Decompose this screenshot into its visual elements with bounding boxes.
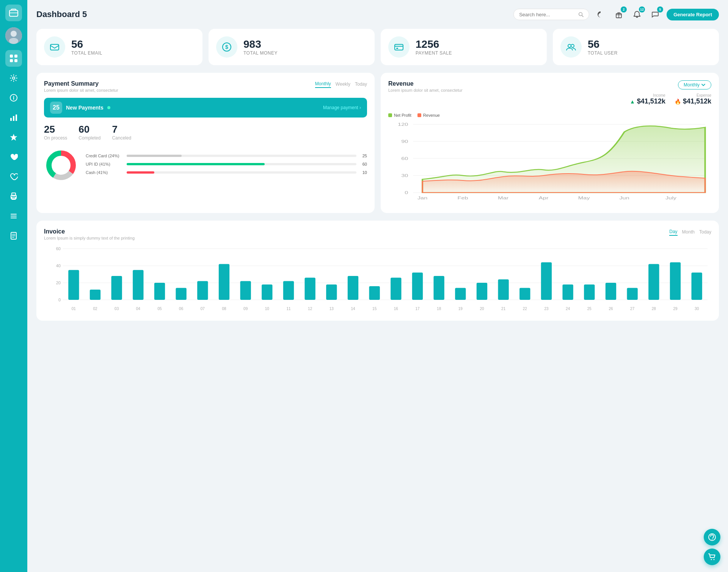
- svg-text:04: 04: [136, 307, 141, 311]
- svg-rect-112: [519, 288, 530, 300]
- stat-info-payment: 1256 PAYMENT SALE: [416, 38, 452, 56]
- invoice-tab-month[interactable]: Month: [682, 228, 695, 236]
- svg-text:02: 02: [93, 307, 97, 311]
- svg-rect-76: [133, 270, 143, 300]
- income-label: Income: [630, 93, 665, 97]
- svg-point-131: [712, 539, 712, 540]
- svg-text:11: 11: [286, 307, 291, 311]
- cart-fab[interactable]: [704, 548, 720, 565]
- payment-icon: [388, 36, 410, 58]
- tab-today[interactable]: Today: [355, 80, 367, 88]
- revenue-monthly-dropdown[interactable]: Monthly: [678, 80, 711, 89]
- svg-rect-84: [219, 264, 229, 300]
- invoice-tab-day[interactable]: Day: [669, 228, 677, 236]
- main-content: Dashboard 5: [27, 0, 728, 572]
- expense-item: Expense 🔥 $41,512k: [675, 93, 711, 105]
- svg-text:08: 08: [222, 307, 226, 311]
- generate-report-button[interactable]: Generate Report: [667, 9, 719, 20]
- page-title: Dashboard 5: [36, 9, 87, 19]
- svg-rect-88: [262, 285, 272, 300]
- header-right: 2 12 5 Generate Report: [513, 8, 719, 21]
- dark-mode-button[interactable]: [594, 8, 607, 21]
- gift-button[interactable]: 2: [612, 8, 626, 21]
- sidebar-item-settings[interactable]: [5, 70, 22, 86]
- stat-card-user: 56 TOTAL USER: [553, 29, 719, 65]
- notification-button[interactable]: 12: [630, 8, 644, 21]
- manage-payment-link[interactable]: Manage payment ›: [323, 105, 361, 110]
- stat-info-money: 983 TOTAL MONEY: [243, 38, 278, 56]
- svg-rect-114: [541, 262, 552, 300]
- sidebar-logo[interactable]: [5, 5, 22, 21]
- svg-text:July: July: [665, 196, 676, 200]
- svg-rect-106: [455, 288, 466, 300]
- stat-cards: 56 TOTAL EMAIL $ 983 TOTAL MONEY: [36, 29, 719, 65]
- tab-weekly[interactable]: Weekly: [336, 80, 350, 88]
- svg-text:16: 16: [394, 307, 399, 311]
- svg-rect-70: [68, 270, 79, 300]
- sidebar-item-dashboard[interactable]: [5, 50, 22, 67]
- support-fab[interactable]: [704, 529, 720, 545]
- svg-point-133: [714, 559, 715, 560]
- pb-cash-label: Cash (41%): [86, 170, 124, 175]
- invoice-tabs: Day Month Today: [669, 228, 711, 236]
- search-box[interactable]: [513, 9, 589, 20]
- svg-text:30: 30: [401, 174, 408, 178]
- sidebar-item-favorites[interactable]: [5, 149, 22, 165]
- invoice-bar-chart: 0204060010203040506070809101112131415161…: [44, 245, 711, 313]
- sidebar-item-report[interactable]: [5, 227, 22, 244]
- chat-button[interactable]: 5: [648, 8, 662, 21]
- legend-revenue: Revenue: [417, 113, 440, 118]
- email-label: TOTAL EMAIL: [71, 50, 102, 56]
- revenue-header: Revenue Lorem ipsum dolor sit amet, cons…: [388, 80, 711, 108]
- svg-rect-96: [348, 276, 358, 300]
- svg-text:06: 06: [179, 307, 184, 311]
- svg-text:15: 15: [372, 307, 377, 311]
- svg-rect-92: [305, 278, 315, 300]
- expense-label: Expense: [675, 93, 711, 97]
- svg-rect-78: [154, 283, 165, 300]
- svg-text:09: 09: [243, 307, 248, 311]
- pb-credit-label: Credit Card (24%): [86, 154, 124, 158]
- svg-text:0: 0: [58, 298, 61, 302]
- svg-rect-8: [14, 59, 17, 62]
- svg-rect-13: [10, 118, 12, 121]
- pb-cash-fill: [127, 171, 154, 174]
- svg-text:07: 07: [201, 307, 205, 311]
- svg-rect-80: [176, 288, 187, 300]
- sidebar-avatar[interactable]: [5, 27, 22, 44]
- svg-text:29: 29: [673, 307, 678, 311]
- payment-number: 1256: [416, 38, 452, 50]
- payment-label: PAYMENT SALE: [416, 50, 452, 56]
- stat-info-email: 56 TOTAL EMAIL: [71, 38, 102, 56]
- tab-monthly[interactable]: Monthly: [315, 80, 331, 88]
- search-input[interactable]: [519, 12, 575, 17]
- svg-point-3: [11, 31, 17, 37]
- svg-text:21: 21: [501, 307, 506, 311]
- income-item: Income ▲ $41,512k: [630, 93, 665, 105]
- sidebar-item-info[interactable]: [5, 89, 22, 106]
- svg-text:01: 01: [72, 307, 76, 311]
- invoice-tab-today[interactable]: Today: [699, 228, 711, 236]
- svg-rect-102: [412, 273, 423, 300]
- canceled-num: 7: [112, 124, 131, 135]
- svg-rect-37: [396, 48, 398, 49]
- pb-upi-val: 60: [359, 162, 367, 166]
- header: Dashboard 5: [36, 8, 719, 21]
- svg-line-28: [582, 16, 583, 17]
- sidebar-item-analytics[interactable]: [5, 109, 22, 126]
- svg-point-132: [711, 559, 712, 560]
- revenue-title-area: Revenue Lorem ipsum dolor sit amet, cons…: [388, 80, 463, 92]
- pb-cash-val: 10: [359, 170, 367, 175]
- payment-content: Credit Card (24%) 25 UPI ID (41%) 60: [44, 148, 367, 184]
- revenue-chart-container: 120 90 60 30 0 Jan Feb Mar Apr May Jun J…: [388, 121, 711, 205]
- sidebar-item-list[interactable]: [5, 208, 22, 224]
- sidebar-item-wishlist[interactable]: [5, 168, 22, 185]
- svg-rect-100: [391, 278, 401, 300]
- svg-rect-6: [14, 55, 17, 58]
- payment-summary-title-area: Payment Summary Lorem ipsum dolor sit am…: [44, 80, 118, 92]
- payment-summary-card: Payment Summary Lorem ipsum dolor sit am…: [36, 73, 375, 213]
- progress-bars: Credit Card (24%) 25 UPI ID (41%) 60: [86, 154, 367, 179]
- sidebar-item-print[interactable]: [5, 188, 22, 205]
- new-payments-bar: 25 New Payments Manage payment ›: [44, 98, 367, 118]
- sidebar-item-star[interactable]: [5, 129, 22, 146]
